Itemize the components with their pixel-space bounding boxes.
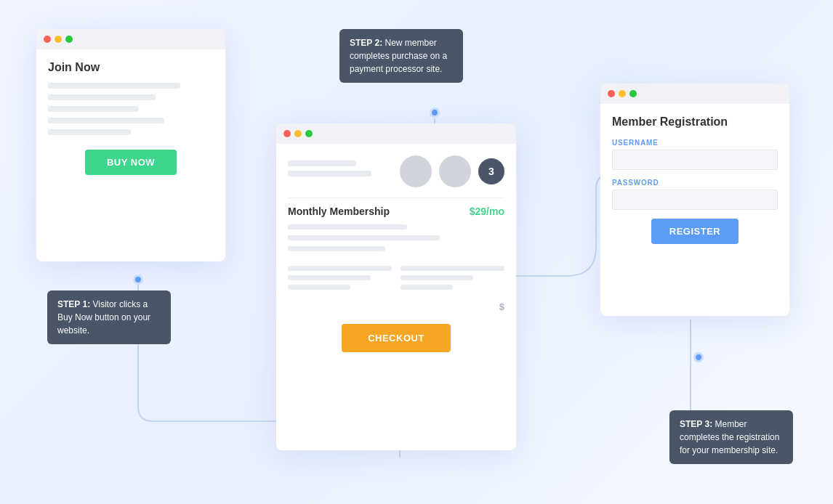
p-line xyxy=(288,275,371,280)
payment-lines-1 xyxy=(288,224,504,251)
window-register: Member Registration USERNAME PASSWORD RE… xyxy=(600,84,789,316)
password-input[interactable] xyxy=(612,190,778,210)
dot-green-1 xyxy=(65,36,73,43)
step2-label: STEP 2: xyxy=(350,38,382,48)
dot-yellow-1 xyxy=(55,36,62,43)
username-input[interactable] xyxy=(612,150,778,170)
membership-label: Monthly Membership xyxy=(288,206,390,217)
line-1 xyxy=(48,83,180,89)
register-button[interactable]: REGISTER xyxy=(651,219,739,244)
username-label: USERNAME xyxy=(612,139,778,147)
p-line xyxy=(288,266,392,271)
scene: Join Now BUY NOW xyxy=(0,0,833,504)
dot-yellow-3 xyxy=(619,90,626,97)
password-label: PASSWORD xyxy=(612,179,778,187)
payment-two-col xyxy=(288,266,504,296)
p-line xyxy=(401,275,473,280)
window-register-body: Member Registration USERNAME PASSWORD RE… xyxy=(600,104,789,256)
join-title: Join Now xyxy=(48,61,214,74)
membership-price: $29/mo xyxy=(470,206,504,217)
dot-red-1 xyxy=(44,36,51,43)
dot-yellow-2 xyxy=(294,130,302,137)
ph-line xyxy=(288,171,371,176)
dot-green-3 xyxy=(629,90,637,97)
dot-red-2 xyxy=(283,130,291,137)
ph-line xyxy=(288,160,356,166)
step3-tooltip: STEP 3: Member completes the registratio… xyxy=(669,410,793,464)
payment-header: 3 xyxy=(288,155,504,187)
p-line xyxy=(288,285,350,290)
titlebar-1 xyxy=(36,29,225,49)
titlebar-2 xyxy=(276,123,516,144)
step1-dot xyxy=(133,275,143,285)
window-join-body: Join Now BUY NOW xyxy=(36,49,225,187)
membership-row: Monthly Membership $29/mo xyxy=(288,206,504,217)
p-line xyxy=(401,285,453,290)
line-4 xyxy=(48,118,164,123)
step2-dot xyxy=(430,107,440,118)
window-join: Join Now BUY NOW xyxy=(36,29,225,261)
p-line xyxy=(401,266,504,271)
avatar-2 xyxy=(439,155,471,187)
dollar-sign: $ xyxy=(288,301,504,312)
step1-label: STEP 1: xyxy=(57,299,90,309)
step3-label: STEP 3: xyxy=(680,419,712,429)
dot-green-2 xyxy=(305,130,313,137)
step2-tooltip: STEP 2: New member completes purchase on… xyxy=(339,29,463,83)
p-line xyxy=(288,224,407,229)
line-5 xyxy=(48,129,131,135)
buy-now-button[interactable]: BUY NOW xyxy=(85,150,177,175)
titlebar-3 xyxy=(600,84,789,104)
step-badge: 3 xyxy=(478,158,504,184)
checkout-button[interactable]: CHECKOUT xyxy=(342,324,451,352)
register-title: Member Registration xyxy=(612,115,778,129)
p-line xyxy=(288,246,385,251)
line-2 xyxy=(48,94,156,100)
step3-dot xyxy=(693,352,704,362)
p-line xyxy=(288,235,440,240)
join-placeholder-lines xyxy=(48,83,214,135)
window-payment-body: 3 Monthly Membership $29/mo xyxy=(276,144,516,364)
avatar-1 xyxy=(400,155,432,187)
step1-tooltip: STEP 1: Visitor clicks a Buy Now button … xyxy=(47,290,171,344)
line-3 xyxy=(48,106,139,112)
window-payment: 3 Monthly Membership $29/mo xyxy=(276,123,516,450)
dot-red-3 xyxy=(608,90,615,97)
